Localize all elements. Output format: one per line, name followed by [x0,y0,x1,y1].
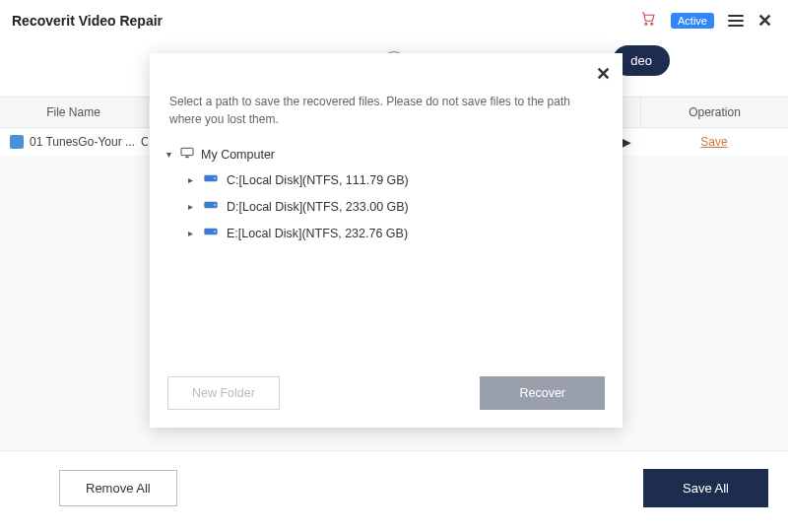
chevron-right-icon[interactable]: ▸ [185,201,195,212]
file-name-text: 01 TunesGo-Your ... [30,135,135,149]
file-name-tail: C [141,135,148,149]
file-cell: 01 TunesGo-Your ... C [0,135,148,149]
status-badge: Active [671,13,714,29]
menu-icon[interactable] [728,15,744,27]
column-operation: Operation [640,98,788,127]
remove-all-button[interactable]: Remove All [59,470,177,506]
chevron-right-icon[interactable]: ▸ [185,228,195,238]
drive-label: C:[Local Disk](NTFS, 111.79 GB) [227,173,409,187]
dialog-close-icon[interactable]: ✕ [596,63,611,85]
new-folder-button[interactable]: New Folder [167,376,280,410]
computer-icon [179,146,195,163]
folder-tree: ▾ My Computer ▸C:[Local Disk](NTFS, 111.… [150,142,623,363]
svg-point-4 [214,177,216,179]
drive-label: D:[Local Disk](NTFS, 233.00 GB) [227,200,409,214]
svg-point-8 [214,231,216,233]
tree-root-my-computer[interactable]: ▾ My Computer [164,142,609,166]
svg-rect-2 [181,148,193,155]
save-path-dialog: ✕ Select a path to save the recovered fi… [150,53,623,428]
cart-icon[interactable] [639,10,657,32]
header-controls: Active ✕ [639,10,772,32]
video-file-icon [10,135,24,149]
save-link[interactable]: Save [700,135,727,149]
operation-cell: Save [640,135,788,149]
svg-point-0 [645,23,647,25]
tree-drive-item[interactable]: ▸E:[Local Disk](NTFS, 232.76 GB) [164,220,609,246]
column-file-name: File Name [0,98,148,127]
app-title: Recoverit Video Repair [12,13,163,29]
tree-drive-item[interactable]: ▸C:[Local Disk](NTFS, 111.79 GB) [164,166,609,193]
save-all-button[interactable]: Save All [643,469,768,507]
svg-point-1 [651,23,653,25]
footer: Remove All Save All [0,451,788,525]
tree-drive-item[interactable]: ▸D:[Local Disk](NTFS, 233.00 GB) [164,193,609,220]
play-icon[interactable]: ▶ [621,134,640,150]
disk-icon [203,198,219,215]
chevron-right-icon[interactable]: ▸ [185,174,195,185]
dialog-footer: New Folder Recover [150,363,623,428]
chevron-down-icon[interactable]: ▾ [164,149,173,160]
disk-icon [203,171,219,188]
tree-root-label: My Computer [201,148,275,162]
disk-icon [203,225,219,241]
drive-label: E:[Local Disk](NTFS, 232.76 GB) [227,227,408,240]
recover-button[interactable]: Recover [480,376,605,410]
close-icon[interactable]: ✕ [757,12,772,30]
dialog-message: Select a path to save the recovered file… [150,53,623,142]
app-header: Recoverit Video Repair Active ✕ [0,0,788,41]
svg-point-6 [214,204,216,206]
